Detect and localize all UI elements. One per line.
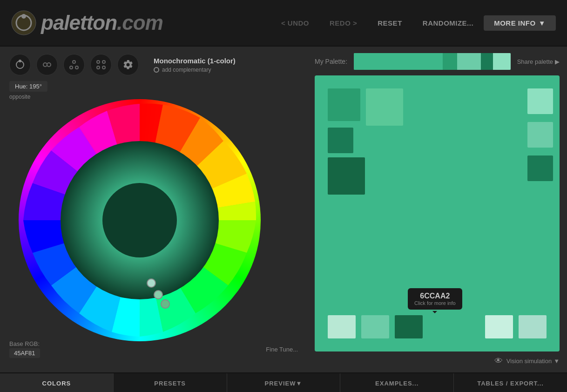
mode-triad-icon[interactable] bbox=[63, 54, 85, 75]
base-rgb-value: 45AF81 bbox=[9, 348, 40, 358]
palette-seg-4 bbox=[481, 53, 493, 70]
nav-buttons: < UNDO REDO > RESET RANDOMIZE... MORE IN… bbox=[271, 15, 556, 31]
palette-seg-5 bbox=[493, 53, 511, 70]
wheel-container[interactable] bbox=[9, 104, 270, 337]
eye-icon: 👁 bbox=[494, 356, 503, 366]
mode-adjacent-icon[interactable] bbox=[36, 54, 58, 75]
arrow-right-icon: ▶ bbox=[555, 58, 560, 65]
swatch-mr-1[interactable] bbox=[527, 215, 553, 241]
wheel-dot-2 bbox=[154, 291, 162, 299]
logo: paletton.com bbox=[11, 10, 163, 35]
mode-row: Monochromatic (1-color) add complementar… bbox=[9, 54, 298, 75]
add-complementary[interactable]: add complementary bbox=[154, 67, 236, 73]
base-rgb-row: Base RGB: 45AF81 Fine Tune... bbox=[9, 340, 298, 358]
svg-point-8 bbox=[70, 66, 73, 69]
vision-simulation-button[interactable]: Vision simulation ▼ bbox=[506, 358, 560, 365]
header: paletton.com < UNDO REDO > RESET RANDOMI… bbox=[0, 0, 567, 47]
right-panel: My Palette: Share palette ▶ bbox=[307, 47, 567, 372]
swatch-bl-1[interactable] bbox=[328, 315, 356, 338]
chevron-down-icon-vision: ▼ bbox=[554, 358, 560, 365]
palette-seg-2 bbox=[443, 53, 458, 70]
logo-icon bbox=[11, 10, 36, 35]
swatch-tr-2[interactable] bbox=[527, 122, 553, 148]
tooltip-hex: 6CCAA2 bbox=[414, 292, 456, 300]
arrow-down-icon: ▼ bbox=[296, 380, 303, 387]
swatch-tr-1[interactable] bbox=[527, 88, 553, 114]
svg-point-4 bbox=[19, 60, 21, 62]
palette-seg-1 bbox=[354, 53, 443, 70]
svg-point-9 bbox=[75, 66, 78, 69]
palette-header: My Palette: Share palette ▶ bbox=[315, 53, 560, 70]
palette-seg-3 bbox=[457, 53, 481, 70]
mode-title: Monochromatic (1-color) bbox=[154, 57, 236, 65]
svg-point-10 bbox=[97, 61, 100, 63]
svg-point-11 bbox=[102, 61, 105, 63]
radio-dot bbox=[154, 67, 159, 73]
redo-button[interactable]: REDO > bbox=[319, 15, 367, 31]
bottom-bar: COLORS PRESETS PREVIEW ▼ EXAMPLES... TAB… bbox=[0, 372, 567, 392]
svg-point-5 bbox=[43, 63, 47, 67]
svg-point-13 bbox=[102, 66, 105, 69]
hue-box: Hue: 195° bbox=[9, 81, 47, 92]
tooltip-hint: Click for more info bbox=[414, 300, 456, 306]
tab-tables-export[interactable]: TABLES / EXPORT... bbox=[454, 373, 567, 392]
svg-point-6 bbox=[47, 63, 51, 67]
logo-text: paletton.com bbox=[41, 11, 163, 34]
swatch-br-1[interactable] bbox=[485, 315, 513, 338]
share-palette-button[interactable]: Share palette ▶ bbox=[517, 58, 560, 65]
chevron-down-icon: ▼ bbox=[539, 19, 546, 27]
swatch-br-2[interactable] bbox=[519, 315, 547, 338]
more-info-button[interactable]: MORE INFO ▼ bbox=[484, 15, 556, 31]
swatch-tl-1[interactable] bbox=[328, 88, 360, 121]
palette-bar[interactable] bbox=[354, 53, 511, 70]
undo-button[interactable]: < UNDO bbox=[271, 15, 319, 31]
swatch-bl-3[interactable] bbox=[395, 315, 423, 338]
tooltip: 6CCAA2 Click for more info bbox=[408, 288, 462, 310]
svg-point-15 bbox=[102, 183, 177, 257]
svg-point-7 bbox=[73, 61, 75, 63]
color-wheel-outer[interactable] bbox=[19, 99, 261, 341]
vision-row: 👁 Vision simulation ▼ bbox=[315, 356, 560, 366]
tab-colors[interactable]: COLORS bbox=[0, 373, 114, 392]
reset-button[interactable]: RESET bbox=[367, 15, 412, 31]
svg-point-12 bbox=[97, 66, 100, 69]
tab-examples[interactable]: EXAMPLES... bbox=[340, 373, 454, 392]
mode-mono-icon[interactable] bbox=[9, 54, 31, 75]
swatch-tl-4[interactable] bbox=[328, 157, 365, 195]
fine-tune-button[interactable]: Fine Tune... bbox=[266, 346, 298, 353]
left-panel: Monochromatic (1-color) add complementar… bbox=[0, 47, 307, 372]
mode-settings-icon[interactable] bbox=[117, 54, 139, 75]
wheel-dot-3 bbox=[161, 300, 169, 308]
tab-preview[interactable]: PREVIEW ▼ bbox=[227, 373, 341, 392]
base-rgb-label: Base RGB: bbox=[9, 340, 40, 347]
tab-presets[interactable]: PRESETS bbox=[114, 373, 227, 392]
mode-info: Monochromatic (1-color) add complementar… bbox=[154, 57, 236, 73]
mode-tetrad-icon[interactable] bbox=[90, 54, 112, 75]
randomize-button[interactable]: RANDOMIZE... bbox=[412, 15, 484, 31]
preview-area[interactable]: 6CCAA2 Click for more info bbox=[315, 75, 560, 351]
wheel-dot-1 bbox=[147, 279, 155, 287]
color-wheel-svg[interactable] bbox=[19, 99, 261, 341]
swatch-tl-2[interactable] bbox=[366, 88, 403, 126]
palette-label: My Palette: bbox=[315, 58, 347, 65]
svg-point-2 bbox=[21, 14, 26, 19]
main: Monochromatic (1-color) add complementar… bbox=[0, 47, 567, 372]
swatch-tr-3[interactable] bbox=[527, 155, 553, 181]
swatch-tl-3[interactable] bbox=[328, 128, 353, 153]
swatch-bl-2[interactable] bbox=[361, 315, 389, 338]
